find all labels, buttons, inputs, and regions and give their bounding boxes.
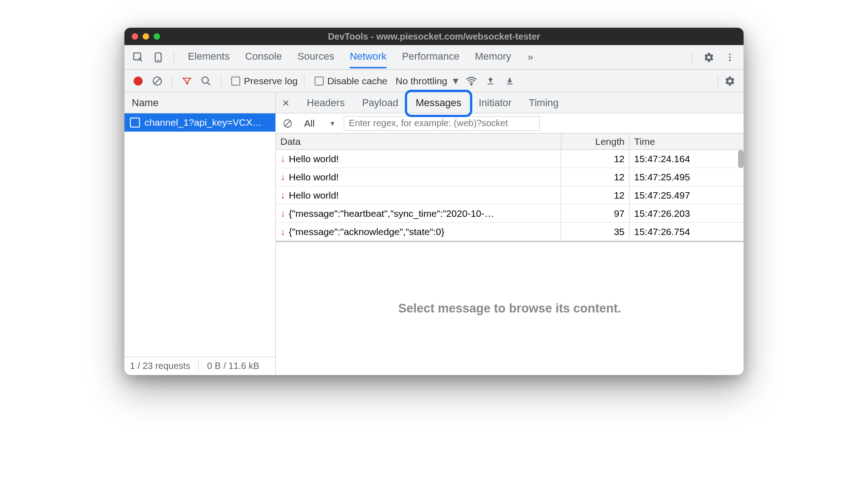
- message-time: 15:47:25.497: [630, 186, 744, 205]
- divider: [172, 75, 172, 87]
- message-type-filter[interactable]: All ▼: [300, 118, 339, 129]
- throttling-value: No throttling: [396, 76, 447, 87]
- tab-messages[interactable]: Messages: [413, 94, 464, 112]
- incoming-arrow-icon: ↓: [280, 226, 285, 237]
- svg-point-5: [729, 59, 731, 61]
- close-window-button[interactable]: [132, 33, 138, 40]
- disable-cache-label: Disable cache: [327, 76, 388, 87]
- network-panel: Name channel_1?api_key=VCX… 1 / 23 reque…: [124, 92, 744, 375]
- tab-headers[interactable]: Headers: [304, 94, 347, 112]
- checkbox-icon: [231, 77, 240, 86]
- disable-cache-checkbox[interactable]: Disable cache: [315, 76, 388, 87]
- window-title: DevTools - www.piesocket.com/websocket-t…: [328, 31, 540, 42]
- svg-point-10: [470, 84, 472, 85]
- message-row[interactable]: ↓Hello world!1215:47:24.164: [276, 150, 744, 168]
- network-conditions-icon[interactable]: [463, 73, 480, 89]
- maximize-window-button[interactable]: [154, 33, 160, 40]
- col-time[interactable]: Time: [630, 133, 744, 150]
- svg-line-9: [207, 82, 210, 85]
- message-length: 12: [561, 168, 630, 186]
- message-time: 15:47:26.754: [630, 223, 744, 241]
- tab-sources[interactable]: Sources: [297, 46, 334, 68]
- preserve-log-checkbox[interactable]: Preserve log: [231, 76, 298, 87]
- traffic-lights: [132, 33, 160, 40]
- messages-table-header: Data Length Time: [276, 133, 744, 150]
- dropdown-caret-icon: ▼: [451, 76, 460, 87]
- col-length[interactable]: Length: [561, 133, 630, 150]
- requests-header: Name: [124, 92, 275, 113]
- detail-tabs: Headers Payload Messages Initiator Timin…: [276, 92, 744, 113]
- svg-rect-11: [487, 83, 493, 84]
- network-settings-icon[interactable]: [722, 73, 738, 89]
- divider: [718, 75, 718, 87]
- kebab-menu-icon[interactable]: [722, 49, 738, 66]
- export-har-icon[interactable]: [501, 73, 518, 89]
- col-data[interactable]: Data: [276, 133, 561, 150]
- message-data: {"message":"heartbeat","sync_time":"2020…: [289, 208, 494, 219]
- svg-rect-12: [506, 83, 512, 84]
- preserve-log-label: Preserve log: [244, 76, 298, 87]
- tab-payload[interactable]: Payload: [359, 94, 401, 112]
- messages-filter-bar: All ▼: [276, 113, 744, 133]
- message-data: Hello world!: [289, 172, 339, 183]
- svg-line-7: [155, 78, 160, 84]
- message-row[interactable]: ↓Hello world!1215:47:25.495: [276, 168, 744, 186]
- message-row[interactable]: ↓Hello world!1215:47:25.497: [276, 186, 744, 205]
- svg-point-4: [729, 56, 731, 58]
- svg-point-8: [202, 77, 208, 83]
- devtools-window: DevTools - www.piesocket.com/websocket-t…: [124, 27, 744, 375]
- incoming-arrow-icon: ↓: [280, 172, 285, 183]
- request-detail: Headers Payload Messages Initiator Timin…: [276, 92, 744, 375]
- message-row[interactable]: ↓{"message":"heartbeat","sync_time":"202…: [276, 205, 744, 223]
- divider: [221, 75, 221, 87]
- divider: [198, 361, 199, 371]
- svg-line-16: [285, 121, 290, 126]
- request-row[interactable]: channel_1?api_key=VCX…: [124, 113, 275, 132]
- message-time: 15:47:25.495: [630, 168, 744, 186]
- search-icon[interactable]: [198, 73, 214, 89]
- tab-performance[interactable]: Performance: [402, 46, 460, 68]
- requests-sidebar: Name channel_1?api_key=VCX… 1 / 23 reque…: [124, 92, 276, 375]
- titlebar[interactable]: DevTools - www.piesocket.com/websocket-t…: [124, 28, 744, 45]
- more-panels-button[interactable]: »: [527, 51, 533, 63]
- message-row[interactable]: ↓{"message":"acknowledge","state":0}3515…: [276, 223, 744, 241]
- close-detail-icon[interactable]: [279, 95, 292, 111]
- tab-timing[interactable]: Timing: [526, 94, 561, 112]
- regex-filter-input[interactable]: [344, 116, 540, 131]
- message-length: 12: [561, 186, 630, 205]
- minimize-window-button[interactable]: [143, 33, 149, 40]
- tab-elements[interactable]: Elements: [188, 46, 230, 68]
- requests-list: channel_1?api_key=VCX…: [124, 113, 275, 357]
- divider: [304, 75, 305, 87]
- message-data: {"message":"acknowledge","state":0}: [289, 226, 444, 237]
- svg-point-3: [729, 53, 731, 55]
- message-preview-placeholder: Select message to browse its content.: [276, 241, 744, 375]
- message-length: 35: [561, 223, 630, 241]
- filter-toggle-icon[interactable]: [179, 73, 195, 89]
- divider: [174, 51, 174, 64]
- tab-memory[interactable]: Memory: [475, 46, 511, 68]
- request-count: 1 / 23 requests: [130, 361, 190, 371]
- clear-messages-icon[interactable]: [279, 115, 296, 132]
- message-length: 97: [561, 205, 630, 223]
- throttling-dropdown[interactable]: No throttling ▼: [396, 76, 460, 87]
- panel-tabs: Elements Console Sources Network Perform…: [188, 46, 511, 68]
- network-toolbar: Preserve log Disable cache No throttling…: [124, 70, 744, 92]
- settings-icon[interactable]: [701, 49, 717, 66]
- message-time: 15:47:26.203: [630, 205, 744, 223]
- device-toolbar-icon[interactable]: [150, 49, 166, 66]
- import-har-icon[interactable]: [482, 73, 499, 89]
- tab-initiator[interactable]: Initiator: [476, 94, 514, 112]
- message-length: 12: [561, 150, 630, 168]
- websocket-icon: [130, 118, 140, 128]
- tab-console[interactable]: Console: [245, 46, 282, 68]
- dropdown-caret-icon: ▼: [329, 120, 336, 127]
- clear-button[interactable]: [149, 73, 165, 89]
- message-data: Hello world!: [289, 190, 339, 201]
- message-data: Hello world!: [289, 153, 339, 164]
- divider: [692, 51, 692, 64]
- select-element-icon[interactable]: [130, 49, 146, 66]
- record-button[interactable]: [130, 73, 146, 89]
- incoming-arrow-icon: ↓: [280, 208, 285, 219]
- tab-network[interactable]: Network: [350, 46, 387, 68]
